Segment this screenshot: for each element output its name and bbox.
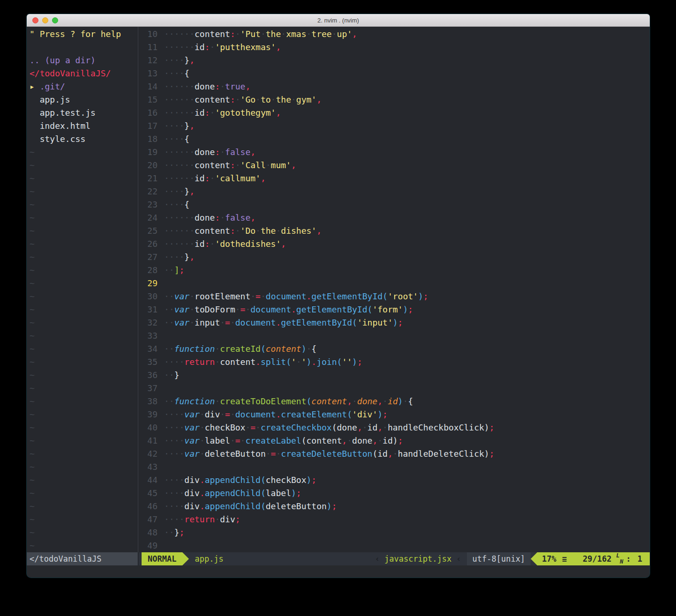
code-line[interactable]: 18····{ [138, 133, 650, 146]
code-line[interactable]: 19······done:·false, [138, 146, 650, 159]
code-line[interactable]: 24······done:·false, [138, 211, 650, 224]
code-line[interactable]: 36··} [138, 369, 650, 382]
empty-line-tilde: ~ [30, 172, 138, 185]
empty-line-tilde: ~ [30, 342, 138, 356]
code-line[interactable]: 21······id:·'callmum', [138, 172, 650, 185]
code-line[interactable]: 27····}, [138, 251, 650, 264]
line-number: 36 [138, 369, 158, 382]
code-text: ····}, [164, 54, 650, 67]
empty-line-tilde: ~ [30, 224, 138, 237]
empty-line-tilde: ~ [30, 474, 138, 487]
code-line[interactable]: 26······id:·'dothedishes', [138, 237, 650, 251]
code-line[interactable]: 13····{ [138, 67, 650, 80]
netrw-entry[interactable]: </todoVanillaJS/ [30, 67, 138, 80]
code-line[interactable]: 25······content:·'Do·the·dishes', [138, 224, 650, 237]
code-line[interactable]: 45····div.appendChild(label); [138, 487, 650, 500]
code-text: ··function·createId(content)·{ [164, 342, 650, 356]
code-line[interactable]: 28··]; [138, 264, 650, 277]
empty-line-tilde: ~ [30, 513, 138, 526]
code-line[interactable]: 44····div.appendChild(checkBox); [138, 474, 650, 487]
zoom-button[interactable] [52, 17, 58, 23]
code-line[interactable]: 31··var·toDoForm·=·document.getElementBy… [138, 303, 650, 316]
code-line[interactable]: 33 [138, 329, 650, 342]
traffic-lights [32, 14, 58, 26]
line-number: 33 [138, 329, 158, 342]
line-number: 16 [138, 106, 158, 119]
code-line[interactable]: 46····div.appendChild(deleteButton); [138, 500, 650, 513]
empty-line-tilde: ~ [30, 251, 138, 264]
line-number: 47 [138, 513, 158, 526]
command-line[interactable] [27, 565, 650, 578]
code-line[interactable]: 40····var·checkBox·=·createCheckbox(done… [138, 421, 650, 434]
minimize-button[interactable] [42, 17, 48, 23]
chevron-left-icon: ‹ [453, 552, 464, 565]
code-text: ··var·input·=·document.getElementById('i… [164, 316, 650, 329]
empty-line-tilde: ~ [30, 329, 138, 342]
code-line[interactable]: 10······content:·'Put·the·xmas·tree·up', [138, 28, 650, 41]
code-line[interactable]: 35····return·content.split('·').join('')… [138, 356, 650, 369]
code-line[interactable]: 43 [138, 460, 650, 474]
code-line[interactable]: 23····{ [138, 198, 650, 211]
code-line[interactable]: 38··function·createToDoElement(content,·… [138, 395, 650, 408]
code-line[interactable]: 14······done:·true, [138, 80, 650, 93]
code-line[interactable]: 32··var·input·=·document.getElementById(… [138, 316, 650, 329]
code-line[interactable]: 49 [138, 539, 650, 552]
line-number: 30 [138, 290, 158, 303]
titlebar[interactable]: 2. nvim . (nvim) [27, 14, 650, 27]
code-text: ····{ [164, 198, 650, 211]
code-text: ······content:·'Put·the·xmas·tree·up', [164, 28, 650, 41]
code-line[interactable]: 42····var·deleteButton·=·createDeleteBut… [138, 447, 650, 460]
code-line[interactable]: 47····return·div; [138, 513, 650, 526]
netrw-entry[interactable]: " Press ? for help [30, 28, 138, 41]
line-number: 37 [138, 382, 158, 395]
netrw-sidebar[interactable]: " Press ? for help.. (up a dir)</todoVan… [27, 27, 138, 552]
code-text: ····var·div·=·document.createElement('di… [164, 408, 650, 421]
line-number: 42 [138, 447, 158, 460]
code-line[interactable]: 11······id:·'putthexmas', [138, 41, 650, 54]
code-line[interactable]: 22····}, [138, 185, 650, 198]
code-text: ····return·div; [164, 513, 650, 526]
netrw-entry[interactable]: app.test.js [30, 106, 138, 119]
editor-buffer[interactable]: 10······content:·'Put·the·xmas·tree·up',… [138, 27, 650, 552]
line-number: 41 [138, 434, 158, 447]
code-line[interactable]: 15······content:·'Go·to·the·gym', [138, 93, 650, 106]
code-line[interactable]: 48··}; [138, 526, 650, 539]
code-line[interactable]: 30··var·rootElement·=·document.getElemen… [138, 290, 650, 303]
empty-line-tilde: ~ [30, 211, 138, 224]
line-number: 39 [138, 408, 158, 421]
code-line[interactable]: 37 [138, 382, 650, 395]
netrw-entry[interactable] [30, 41, 138, 54]
code-line[interactable]: 17····}, [138, 119, 650, 133]
line-number: 32 [138, 316, 158, 329]
empty-line-tilde: ~ [30, 146, 138, 159]
code-line[interactable]: 39····var·div·=·document.createElement('… [138, 408, 650, 421]
close-button[interactable] [32, 17, 38, 23]
netrw-entry[interactable]: index.html [30, 119, 138, 133]
code-line[interactable]: 12····}, [138, 54, 650, 67]
code-line[interactable]: 29 [138, 277, 650, 290]
code-text: ··} [164, 369, 650, 382]
line-number: 46 [138, 500, 158, 513]
empty-line-tilde: ~ [30, 382, 138, 395]
line-number: 13 [138, 67, 158, 80]
code-text: ······id:·'callmum', [164, 172, 650, 185]
code-line[interactable]: 20······content:·'Call·mum', [138, 159, 650, 172]
nvim-window: 2. nvim . (nvim) " Press ? for help.. (u… [27, 14, 650, 578]
netrw-entry[interactable]: .. (up a dir) [30, 54, 138, 67]
code-line[interactable]: 41····var·label·=·createLabel(content,·d… [138, 434, 650, 447]
code-text: ··}; [164, 526, 650, 539]
code-text: ····}, [164, 251, 650, 264]
line-number: 40 [138, 421, 158, 434]
netrw-entry[interactable]: app.js [30, 93, 138, 106]
empty-line-tilde: ~ [30, 539, 138, 552]
netrw-entry[interactable]: style.css [30, 133, 138, 146]
line-number: 26 [138, 237, 158, 251]
line-number: 19 [138, 146, 158, 159]
netrw-entry[interactable]: ▸ .git/ [30, 80, 138, 93]
desktop-background: 2. nvim . (nvim) " Press ? for help.. (u… [0, 0, 676, 616]
code-line[interactable]: 34··function·createId(content)·{ [138, 342, 650, 356]
code-text: ····div.appendChild(checkBox); [164, 474, 650, 487]
code-line[interactable]: 16······id:·'gotothegym', [138, 106, 650, 119]
line-number: 49 [138, 539, 158, 552]
code-text [164, 329, 650, 342]
